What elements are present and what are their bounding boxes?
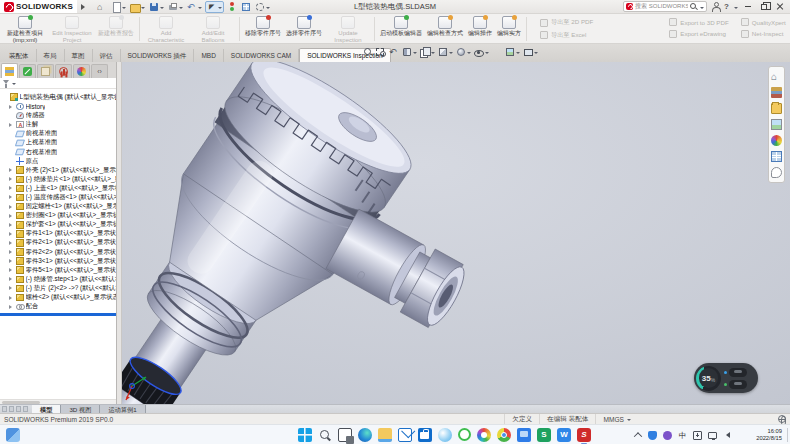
add-characteristic[interactable]: Add Characteristic [143,15,189,43]
solidworks-app[interactable]: S [577,428,591,442]
tree-filter-bar[interactable] [0,78,116,89]
edit-measure[interactable]: 编辑实方 [495,15,523,43]
w-app[interactable]: W [557,428,571,442]
task-view[interactable] [338,428,352,442]
expand-arrow-icon[interactable] [9,250,14,254]
tray-expand[interactable] [633,431,642,440]
help-search-box[interactable]: 搜索 SOLIDWORKS 帮助 [623,1,707,12]
search[interactable] [318,428,332,442]
search-dropdown-icon[interactable] [700,7,704,11]
export-2d-pdf[interactable]: 导出至 2D PDF [540,18,657,27]
unit-system-selector[interactable]: MMGS [595,414,638,424]
design-library[interactable] [771,87,782,98]
qualityxpert[interactable]: QualityXpert [741,18,786,26]
help-dropdown-icon[interactable] [734,7,738,11]
tree-item[interactable]: 螺栓<2> (默认<<默认>_显示状态 [2,293,116,302]
hide-show-items[interactable] [474,47,489,57]
sign-in-icon[interactable] [711,2,720,11]
appearances-scenes[interactable] [771,135,782,146]
store[interactable] [418,428,432,442]
zoom-area[interactable] [376,47,386,57]
tree-item[interactable]: History [2,102,116,111]
widgets-icon[interactable] [6,428,20,442]
print[interactable] [167,1,184,13]
update-inspection-project[interactable]: Update Inspection Project [325,15,371,43]
3d-model-canvas[interactable] [122,62,790,404]
close-button[interactable] [774,1,786,12]
edit-operation[interactable]: 编辑操作 [466,15,494,43]
scrollbar-thumb[interactable] [2,401,40,404]
select[interactable] [205,1,224,13]
apply-scene[interactable] [505,47,520,57]
tab-evaluate[interactable]: 评估 [93,49,121,62]
view-tab[interactable]: 模型 [32,405,61,413]
defender-shield[interactable] [648,431,657,440]
green-ring-app[interactable] [458,428,471,441]
tree-item[interactable]: 零件1<1> (默认<<默认>_显示状态 [2,229,116,238]
home[interactable] [96,1,108,13]
tree-item[interactable]: 零件2<1> (默认<<默认>_显示状 [2,238,116,247]
edit-appearance[interactable] [492,47,502,57]
expand-arrow-icon[interactable] [9,296,14,300]
tab-configuration-manager[interactable] [37,64,54,78]
menu-flyout-arrow-icon[interactable] [81,4,88,10]
quick-tips-globe-icon[interactable] [778,415,786,423]
solidworks-resources[interactable] [771,71,782,82]
view-tab[interactable]: 3D 视图 [61,405,100,413]
expand-arrow-icon[interactable] [9,177,14,181]
new-inspection-report[interactable]: 新建检查报告 [96,15,136,43]
file-explorer-app[interactable] [378,428,392,442]
cloud-app[interactable] [438,428,452,442]
export-edrawing[interactable]: Export eDrawing [669,30,729,38]
expand-arrow-icon[interactable] [9,259,14,263]
section-view[interactable] [402,47,417,57]
purple-app-tray[interactable] [663,431,672,440]
expand-arrow-icon[interactable] [9,186,14,190]
recorder-button-top[interactable] [729,368,747,377]
tree-item[interactable]: 外壳 (2)<1> (默认<<默认>_显示状 [2,166,116,175]
panel-horizontal-scrollbar[interactable] [0,399,116,404]
expand-arrow-icon[interactable] [9,268,14,272]
color-wheel-app[interactable] [477,428,491,442]
recorder-button-bottom[interactable] [729,380,747,389]
expand-arrow-icon[interactable] [9,123,14,127]
remove-balloons[interactable]: 移除零件序号 [243,15,283,43]
filter-dropdown-icon[interactable] [12,83,16,87]
expand-arrow-icon[interactable] [9,305,14,309]
tree-item[interactable]: 保护套<1> (默认<<默认>_显示状 [2,220,116,229]
expand-arrow-icon[interactable] [9,232,14,236]
tree-item[interactable]: 原点 [2,157,116,166]
edge[interactable] [358,428,372,442]
dynamic-annotation-views[interactable] [420,47,435,57]
new[interactable] [110,1,127,13]
tab-cam[interactable]: SOLIDWORKS CAM [224,49,299,62]
export-3d-pdf[interactable]: Export to 3D PDF [669,18,729,26]
screen-recorder-widget[interactable]: 35 % [694,363,758,393]
tree-item[interactable]: 注解 [2,120,116,129]
split-handle[interactable] [9,406,14,412]
tree-item[interactable]: 右视基准面 [2,147,116,156]
display-style[interactable] [456,47,471,57]
save[interactable] [148,1,165,13]
new-inspection-project[interactable]: 新建检查项目 (imp;xml) [2,15,48,43]
tree-item[interactable]: (-) 垫片 (2)<2> ->? (默认<<默认> [2,284,116,293]
template-editor[interactable]: 启动模板编辑器 [378,15,424,43]
rebuild[interactable] [226,1,238,13]
add-edit-balloons[interactable]: Add/Edit Balloons [190,15,236,43]
view-tab[interactable]: 运动算例1 [100,405,145,413]
view-settings[interactable] [523,47,538,57]
volume[interactable] [723,431,732,440]
help-icon[interactable]: ? [724,2,729,11]
solidworks-forum[interactable] [771,167,782,178]
tree-item[interactable]: (-) 绝缘垫片<1> (默认<<默认>_显 [2,175,116,184]
tab-layout[interactable]: 布局 [37,49,65,62]
expand-arrow-icon[interactable] [9,205,14,209]
tree-item[interactable]: (-) 绝缘管.step<1> (默认<<默认> [2,275,116,284]
tree-item[interactable]: 上视基准面 [2,138,116,147]
tree-item[interactable]: 零件3<1> (默认<<默认>_显示状 [2,257,116,266]
tree-root-assembly[interactable]: L型铠装热电偶 (默认<默认_显示状态-1 [2,92,116,102]
previous-view[interactable] [389,47,399,57]
tree-item[interactable]: 传感器 [2,111,116,120]
net-inspect[interactable]: Net-Inspect [741,30,786,38]
taskbar-clock[interactable]: 16:09 2022/8/15 [756,428,782,442]
